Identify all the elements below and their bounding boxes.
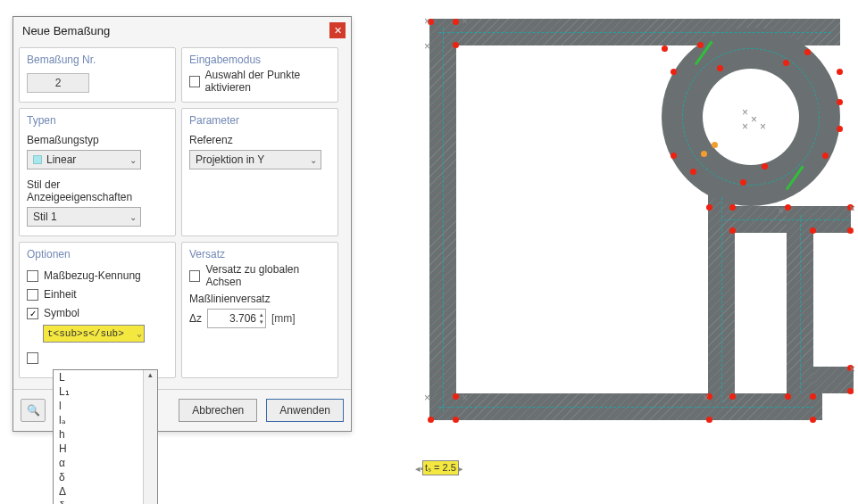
checkbox-globale[interactable] <box>189 270 200 282</box>
x-mark-icon: × <box>703 392 709 404</box>
dropdown-item[interactable]: h <box>54 427 143 442</box>
color-swatch-icon <box>33 155 42 164</box>
spinner-icon[interactable]: ▴▾ <box>260 311 263 326</box>
stil-label: Stil der Anzeigeeigenschaften <box>27 178 168 203</box>
preview-button[interactable]: 🔍 <box>21 399 46 422</box>
symbol-select[interactable]: t<sub>s</sub> ⌄ <box>43 325 145 343</box>
symbol-label: Symbol <box>44 307 79 319</box>
delta-z-unit: [mm] <box>271 312 296 325</box>
parameter-heading: Parameter <box>189 114 330 127</box>
bemassungstyp-select[interactable]: Linear ⌄ <box>27 150 141 169</box>
dropdown-item[interactable]: δ <box>54 470 143 484</box>
dialog-titlebar[interactable]: Neue Bemaßung ✕ <box>13 17 351 44</box>
delta-z-label: Δz <box>189 312 202 325</box>
x-mark-icon: × <box>462 15 468 28</box>
dimension-label[interactable]: tₛ = 2.5 <box>422 460 459 475</box>
cad-canvas[interactable]: × × × × × × × × × × × × × ◂▪ ▪▸ tₛ = 2.5 <box>402 9 857 495</box>
dialog-neue-bemassung: Neue Bemaßung ✕ Bemaßung Nr. 2 Eingabemo… <box>12 16 352 432</box>
checkbox-symbol[interactable]: ✓ <box>27 308 38 319</box>
dimension-label-text: tₛ = 2.5 <box>425 462 456 473</box>
x-mark-icon: × <box>742 120 748 133</box>
x-mark-icon: × <box>462 392 468 404</box>
eingabemodus-heading: Eingabemodus <box>189 54 330 66</box>
dropdown-item[interactable]: α <box>54 456 143 470</box>
magnifier-icon: 🔍 <box>27 404 40 417</box>
einheit-label: Einheit <box>44 288 77 301</box>
cancel-button-label: Abbrechen <box>192 404 244 417</box>
group-versatz: Versatz Versatz zu globalen Achsen Maßli… <box>181 242 338 378</box>
x-mark-icon: × <box>424 392 430 404</box>
bemassungstyp-value: Linear <box>46 153 76 166</box>
checkbox-massbezug[interactable] <box>27 270 38 282</box>
group-parameter: Parameter Referenz Projektion in Y ⌄ <box>181 108 338 236</box>
bemassung-nr-value: 2 <box>55 77 62 89</box>
optionen-heading: Optionen <box>27 248 168 260</box>
group-typen: Typen Bemaßungstyp Linear ⌄ Stil der Anz… <box>19 108 176 236</box>
checkbox-extra[interactable] <box>27 352 38 364</box>
dropdown-item[interactable]: L <box>54 370 143 384</box>
apply-button[interactable]: Anwenden <box>266 399 344 422</box>
dropdown-item[interactable]: L₁ <box>54 384 143 399</box>
group-bemassung-nr: Bemaßung Nr. 2 <box>19 47 176 103</box>
chevron-down-icon: ⌄ <box>129 155 137 165</box>
dropdown-item[interactable]: Δ <box>54 484 143 499</box>
cancel-button[interactable]: Abbrechen <box>179 399 257 422</box>
checkbox-einheit[interactable] <box>27 289 38 301</box>
chevron-down-icon: ⌄ <box>137 328 142 339</box>
dropdown-item[interactable]: lₐ <box>54 413 143 427</box>
chevron-down-icon: ⌄ <box>129 212 137 222</box>
dropdown-scrollbar[interactable]: ▴▾ <box>143 370 157 504</box>
close-icon: ✕ <box>334 25 342 37</box>
massbezug-label: Maßbezug-Kennung <box>44 269 141 282</box>
globale-label: Versatz zu globalen Achsen <box>205 263 330 288</box>
referenz-label: Referenz <box>189 134 330 146</box>
apply-button-label: Anwenden <box>279 404 330 417</box>
versatz-heading: Versatz <box>189 248 330 260</box>
x-mark-icon: × <box>778 204 784 217</box>
stil-value: Stil 1 <box>33 211 57 223</box>
checkbox-auswahl-punkte[interactable] <box>189 76 200 87</box>
stil-select[interactable]: Stil 1 ⌄ <box>27 207 141 227</box>
group-eingabemodus: Eingabemodus Auswahl der Punkte aktivier… <box>181 47 338 103</box>
delta-z-input[interactable]: 3.706 ▴▾ <box>207 309 266 328</box>
x-mark-icon: × <box>424 40 430 53</box>
x-mark-icon: × <box>751 113 757 126</box>
masslinien-label: Maßlinienversatz <box>189 293 330 305</box>
x-mark-icon: × <box>849 363 855 376</box>
referenz-select[interactable]: Projektion in Y ⌄ <box>189 150 321 169</box>
bemassung-nr-input[interactable]: 2 <box>27 73 89 93</box>
x-mark-icon: × <box>760 120 766 133</box>
chevron-down-icon: ⌄ <box>310 155 317 165</box>
x-mark-icon: × <box>742 106 748 119</box>
x-mark-icon: × <box>849 202 855 215</box>
symbol-select-value: t<sub>s</sub> <box>47 328 124 339</box>
referenz-value: Projektion in Y <box>196 153 264 166</box>
dropdown-item[interactable]: l <box>54 399 143 413</box>
dropdown-item[interactable]: δ₁ <box>54 499 143 504</box>
bemassungstyp-label: Bemaßungstyp <box>27 134 168 146</box>
typen-heading: Typen <box>27 114 168 127</box>
scroll-up-icon[interactable]: ▴ <box>148 370 153 379</box>
bemassung-nr-heading: Bemaßung Nr. <box>27 54 168 66</box>
symbol-dropdown-list: LL₁llₐhHαδΔδ₁ ▴▾ <box>53 369 158 504</box>
dropdown-item[interactable]: H <box>54 442 143 456</box>
checkbox-auswahl-label: Auswahl der Punkte aktivieren <box>205 69 330 94</box>
group-optionen: Optionen Maßbezug-Kennung Einheit ✓ Symb… <box>19 242 176 378</box>
dialog-title: Neue Bemaßung <box>22 24 110 37</box>
delta-z-value: 3.706 <box>208 312 260 325</box>
close-button[interactable]: ✕ <box>329 22 346 38</box>
x-mark-icon: × <box>424 15 430 28</box>
